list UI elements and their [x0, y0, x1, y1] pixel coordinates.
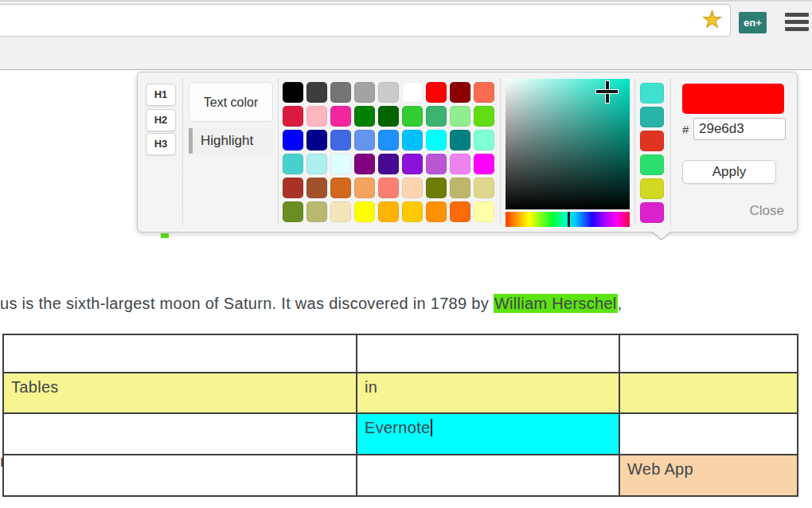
divider: [278, 79, 279, 225]
table-cell-active[interactable]: Evernote: [357, 413, 619, 455]
cell-text: Evernote: [365, 419, 430, 436]
color-swatch[interactable]: [378, 130, 399, 150]
table-cell[interactable]: [619, 334, 798, 373]
color-swatch[interactable]: [306, 201, 327, 222]
color-swatch[interactable]: [426, 201, 447, 222]
color-swatch[interactable]: [306, 130, 327, 150]
color-swatch[interactable]: [474, 201, 494, 222]
color-swatch[interactable]: [306, 178, 327, 198]
color-swatch[interactable]: [450, 201, 470, 222]
color-swatch[interactable]: [330, 130, 351, 150]
divider: [634, 79, 635, 225]
color-swatch[interactable]: [330, 178, 351, 198]
hue-slider-handle[interactable]: [568, 212, 570, 227]
color-swatch[interactable]: [378, 154, 399, 174]
color-swatch[interactable]: [306, 106, 327, 127]
color-swatch[interactable]: [640, 154, 664, 175]
color-swatch[interactable]: [426, 106, 447, 127]
color-swatch[interactable]: [640, 202, 664, 223]
color-swatch[interactable]: [474, 130, 494, 150]
color-swatch[interactable]: [283, 201, 303, 222]
color-swatch[interactable]: [283, 106, 303, 127]
color-swatch[interactable]: [426, 82, 447, 103]
table-cell[interactable]: [3, 413, 357, 455]
color-swatch[interactable]: [378, 201, 399, 222]
note-table: Tables in Evernote Web App: [2, 334, 798, 497]
color-swatch[interactable]: [474, 178, 494, 198]
color-swatch[interactable]: [283, 178, 303, 198]
bookmark-star-icon[interactable]: ★: [702, 6, 722, 33]
green-highlighted-text: William Herschel: [494, 294, 618, 313]
color-swatch[interactable]: [426, 154, 447, 174]
color-swatch[interactable]: [474, 106, 494, 127]
heading-2-button[interactable]: H2: [146, 109, 176, 131]
color-swatch[interactable]: [306, 82, 327, 103]
color-swatch[interactable]: [640, 131, 664, 151]
table-cell[interactable]: [619, 413, 798, 455]
tab-text-color[interactable]: Text color: [189, 82, 273, 122]
color-swatch[interactable]: [378, 178, 399, 198]
saturation-value-picker[interactable]: [506, 79, 630, 209]
table-row: [3, 334, 798, 373]
color-swatch[interactable]: [283, 82, 303, 103]
divider: [182, 79, 183, 225]
color-swatch[interactable]: [426, 178, 447, 198]
table-cell[interactable]: Tables: [3, 373, 357, 413]
color-swatch[interactable]: [640, 83, 664, 104]
color-swatch[interactable]: [378, 82, 399, 103]
color-swatch[interactable]: [402, 178, 423, 198]
color-swatch[interactable]: [354, 130, 375, 150]
color-swatch[interactable]: [474, 154, 494, 174]
hue-slider[interactable]: [506, 212, 630, 227]
color-swatch[interactable]: [474, 82, 494, 103]
divider: [670, 79, 671, 225]
browser-toolbar: ★ en+: [0, 0, 812, 70]
color-swatch[interactable]: [330, 154, 351, 174]
color-swatch[interactable]: [402, 201, 423, 222]
table-cell[interactable]: Web App: [619, 455, 798, 496]
color-swatch[interactable]: [306, 154, 327, 174]
text-cursor: [431, 419, 432, 436]
color-swatch[interactable]: [354, 106, 375, 127]
color-swatch[interactable]: [378, 106, 399, 127]
table-cell[interactable]: [3, 455, 357, 496]
color-swatch[interactable]: [330, 201, 351, 222]
hex-color-input[interactable]: [693, 118, 786, 140]
color-swatch[interactable]: [450, 106, 470, 127]
color-swatch[interactable]: [354, 178, 375, 198]
color-swatch[interactable]: [640, 178, 664, 199]
close-link[interactable]: Close: [750, 203, 784, 219]
color-swatch[interactable]: [402, 82, 423, 103]
color-swatch[interactable]: [330, 106, 351, 127]
color-swatch[interactable]: [402, 106, 423, 127]
color-swatch[interactable]: [283, 130, 303, 150]
color-swatch[interactable]: [402, 130, 423, 150]
url-bar[interactable]: ★: [0, 4, 731, 37]
color-swatch[interactable]: [426, 130, 447, 150]
table-cell[interactable]: [3, 334, 357, 373]
heading-1-button[interactable]: H1: [146, 84, 176, 106]
color-swatch[interactable]: [640, 107, 664, 127]
color-swatch[interactable]: [450, 130, 470, 150]
paragraph-line: us is the sixth-largest moon of Saturn. …: [0, 291, 812, 317]
color-swatch[interactable]: [354, 154, 375, 174]
color-swatch[interactable]: [354, 201, 375, 222]
color-swatch[interactable]: [450, 154, 470, 174]
heading-3-button[interactable]: H3: [146, 133, 176, 155]
color-swatch[interactable]: [450, 178, 470, 198]
color-swatch[interactable]: [450, 82, 470, 103]
tab-highlight[interactable]: Highlight: [189, 128, 273, 154]
evernote-clipper-icon[interactable]: en+: [739, 12, 767, 33]
color-swatch[interactable]: [283, 154, 303, 174]
table-cell[interactable]: in: [357, 373, 619, 413]
crosshair-icon[interactable]: [596, 90, 618, 93]
apply-button[interactable]: Apply: [682, 160, 776, 184]
table-cell[interactable]: [357, 455, 619, 496]
color-swatch[interactable]: [354, 82, 375, 103]
divider: [500, 79, 501, 225]
color-swatch[interactable]: [330, 82, 351, 103]
color-swatch[interactable]: [402, 154, 423, 174]
table-cell[interactable]: [357, 334, 619, 373]
table-cell[interactable]: [619, 373, 798, 413]
hamburger-menu-icon[interactable]: [785, 13, 809, 34]
